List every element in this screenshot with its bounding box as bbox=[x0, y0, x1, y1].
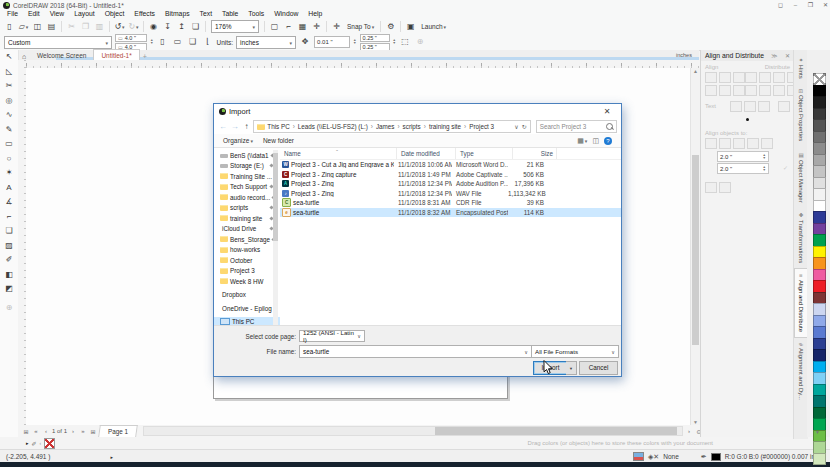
landscape-button[interactable]: ▭ bbox=[171, 36, 183, 48]
menu-item[interactable]: Window bbox=[269, 10, 303, 18]
no-color-swatch[interactable] bbox=[44, 438, 55, 449]
views-button[interactable]: ▦ bbox=[577, 137, 587, 145]
account-icon[interactable]: ◻ bbox=[773, 0, 788, 10]
nav-pane-item[interactable]: scripts bbox=[214, 203, 280, 214]
dialog-close-button[interactable]: ✕ bbox=[598, 107, 616, 116]
smart-fill-tool-icon[interactable]: ◩ bbox=[1, 282, 17, 297]
paste-icon[interactable]: ▥ bbox=[93, 20, 106, 33]
redo-icon[interactable]: ↻ bbox=[127, 20, 140, 33]
palette-scroll-down-icon[interactable]: ▼ bbox=[815, 429, 820, 435]
menu-item[interactable]: Tools bbox=[243, 10, 269, 18]
nav-pane-item[interactable]: Tech Support bbox=[214, 182, 280, 193]
file-row[interactable]: sea-turtle 11/1/2018 8:32 AM Encapsulate… bbox=[280, 208, 621, 218]
nav-scrollbar-thumb[interactable] bbox=[273, 153, 278, 241]
separator[interactable] bbox=[143, 21, 144, 32]
copy-icon[interactable]: ❐ bbox=[79, 20, 92, 33]
rectangle-tool-icon[interactable]: ▭ bbox=[1, 137, 17, 152]
add-page-icon[interactable]: ⊞ bbox=[22, 428, 30, 435]
text-outline-button[interactable] bbox=[778, 101, 790, 112]
align-center-h-button[interactable] bbox=[719, 72, 731, 83]
crop-tool-icon[interactable]: ✂ bbox=[1, 79, 17, 94]
vertical-scrollbar[interactable]: ▲ ▼ bbox=[690, 68, 700, 425]
nav-pane-item[interactable]: iCloud Drive bbox=[214, 224, 280, 235]
artistic-media-tool-icon[interactable]: ✎ bbox=[1, 123, 17, 138]
separator[interactable] bbox=[109, 21, 110, 32]
import-icon[interactable]: ↧ bbox=[161, 20, 174, 33]
close-button[interactable]: ✕ bbox=[818, 0, 830, 10]
file-row[interactable]: sea-turtle 11/1/2018 8:31 AM CDR File 39… bbox=[280, 198, 621, 208]
launch-icon[interactable]: ▣ bbox=[404, 20, 417, 33]
nav-pane-item[interactable]: BenS (\\data1 bbox=[214, 150, 280, 161]
palette-scroll-left-icon[interactable]: ‹ bbox=[40, 440, 42, 446]
open-icon[interactable]: ▱ bbox=[17, 20, 30, 33]
preview-pane-button[interactable]: ◫ bbox=[592, 137, 599, 145]
distribute-spacing-v-button[interactable] bbox=[773, 85, 785, 96]
menu-item[interactable]: Bitmaps bbox=[160, 10, 195, 18]
full-screen-preview-icon[interactable]: ▢ bbox=[268, 20, 281, 33]
text-first-line-button[interactable] bbox=[758, 101, 770, 112]
align-to-point-button[interactable] bbox=[761, 138, 773, 149]
nav-pane-item[interactable]: Week 8 HW bbox=[214, 276, 280, 287]
column-header-size[interactable]: Size bbox=[513, 148, 557, 159]
organize-menu[interactable]: Organize bbox=[223, 137, 253, 144]
drop-shadow-tool-icon[interactable]: ❏ bbox=[1, 224, 17, 239]
nav-pane-item[interactable]: Training Site ... bbox=[214, 171, 280, 182]
transparency-tool-icon[interactable]: ▨ bbox=[1, 239, 17, 254]
menu-item[interactable]: View bbox=[45, 10, 70, 18]
duplicate-stepper[interactable]: ▲▼ bbox=[393, 39, 396, 45]
tab-untitled-document[interactable]: Untitled-1* bbox=[93, 49, 139, 60]
menu-item[interactable]: Help bbox=[303, 10, 327, 18]
distribute-center-h-button[interactable] bbox=[759, 72, 771, 83]
docker-tab[interactable]: # Alignment and Dy... bbox=[795, 338, 808, 405]
back-button[interactable]: ← bbox=[218, 122, 228, 131]
cut-icon[interactable]: ✂ bbox=[65, 20, 78, 33]
restore-button[interactable]: ❐ bbox=[803, 0, 818, 10]
print-icon[interactable]: ▤ bbox=[45, 20, 58, 33]
file-name-combobox[interactable]: sea-turtle bbox=[299, 345, 532, 358]
show-grid-icon[interactable]: ▦ bbox=[296, 20, 309, 33]
menu-item[interactable]: File bbox=[2, 10, 23, 18]
code-page-select[interactable]: 1252 (ANSI - Latin I) bbox=[299, 330, 365, 342]
horizontal-scrollbar[interactable] bbox=[143, 426, 683, 436]
column-header-name[interactable]: Name bbox=[280, 148, 397, 159]
interactive-fill-tool-icon[interactable]: ◧ bbox=[1, 268, 17, 283]
freehand-tool-icon[interactable]: ∿ bbox=[1, 108, 17, 123]
treat-as-filled-button[interactable]: ⬚ bbox=[399, 36, 411, 48]
units-select[interactable]: inches bbox=[236, 36, 296, 49]
breadcrumb-item[interactable]: training site bbox=[421, 123, 461, 130]
menu-item[interactable]: Layout bbox=[69, 10, 99, 18]
palette-flyout-icon[interactable]: ▸ bbox=[26, 440, 29, 446]
column-header-modified[interactable]: Date modified bbox=[397, 148, 456, 159]
snap-to-dropdown[interactable]: Snap To bbox=[344, 23, 377, 30]
options-gear-icon[interactable]: ⚙ bbox=[384, 20, 397, 33]
align-right-button[interactable] bbox=[733, 72, 745, 83]
cancel-button[interactable]: Cancel bbox=[579, 361, 618, 375]
publish-pdf-icon[interactable]: ❏ bbox=[189, 20, 202, 33]
nav-pane-item[interactable]: training site bbox=[214, 213, 280, 224]
edge-x-field[interactable]: 2.0 "▲▼ bbox=[717, 151, 769, 162]
portrait-button[interactable]: ▯ bbox=[156, 36, 168, 48]
last-page-icon[interactable]: » bbox=[79, 428, 87, 434]
previous-page-icon[interactable]: ‹ bbox=[42, 428, 50, 434]
export-icon[interactable]: ↥ bbox=[175, 20, 188, 33]
distribute-to-selection-button[interactable] bbox=[705, 182, 717, 193]
nav-pane-item[interactable]: OneDrive - Epilog bbox=[214, 303, 280, 314]
align-bottom-button[interactable] bbox=[733, 85, 745, 96]
status-flyout-icon[interactable]: ▸ bbox=[110, 454, 113, 460]
zoom-level-combobox[interactable]: 176% bbox=[211, 20, 259, 33]
refresh-icon[interactable]: ↻ bbox=[522, 123, 527, 130]
text-tool-icon[interactable]: A bbox=[1, 181, 17, 196]
zoom-tool-icon[interactable]: ◎ bbox=[1, 94, 17, 109]
nav-pane-item[interactable]: Storage (E:) bbox=[214, 161, 280, 172]
search-content-icon[interactable]: ◉ bbox=[147, 20, 160, 33]
align-to-edge-button[interactable] bbox=[719, 138, 731, 149]
address-bar[interactable]: This PCLeads (\\EL-US-FS2) (L:)Jamesscri… bbox=[253, 120, 530, 133]
help-button[interactable]: ? bbox=[604, 137, 612, 145]
show-rulers-icon[interactable]: ⌐ bbox=[282, 20, 295, 33]
menu-item[interactable]: Effects bbox=[129, 10, 160, 18]
menu-item[interactable]: Text bbox=[195, 10, 217, 18]
horizontal-scrollbar-thumb[interactable] bbox=[435, 427, 677, 435]
dimension-tool-icon[interactable]: ∡ bbox=[1, 195, 17, 210]
tab-welcome-screen[interactable]: Welcome Screen bbox=[30, 50, 93, 60]
page-size-stepper[interactable]: ▲▼ bbox=[150, 39, 153, 45]
